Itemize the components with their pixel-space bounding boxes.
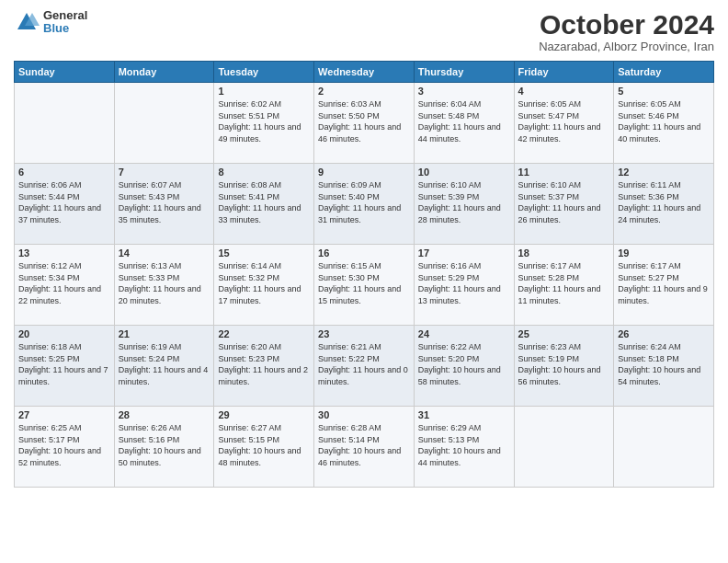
day-number: 7 [119,167,210,178]
week-row-2: 6Sunrise: 6:06 AM Sunset: 5:44 PM Daylig… [15,164,714,245]
day-info: Sunrise: 6:10 AM Sunset: 5:37 PM Dayligh… [518,179,610,225]
calendar-cell: 30Sunrise: 6:28 AM Sunset: 5:14 PM Dayli… [314,407,415,488]
day-info: Sunrise: 6:17 AM Sunset: 5:27 PM Dayligh… [618,260,710,306]
day-info: Sunrise: 6:07 AM Sunset: 5:43 PM Dayligh… [119,179,210,225]
day-info: Sunrise: 6:06 AM Sunset: 5:44 PM Dayligh… [18,179,110,225]
header-cell-monday: Monday [114,62,214,83]
calendar-cell: 14Sunrise: 6:13 AM Sunset: 5:33 PM Dayli… [114,245,214,326]
day-number: 11 [518,167,610,178]
calendar-cell: 20Sunrise: 6:18 AM Sunset: 5:25 PM Dayli… [15,326,115,407]
day-number: 26 [618,328,710,339]
calendar-cell: 2Sunrise: 6:03 AM Sunset: 5:50 PM Daylig… [314,83,415,164]
calendar-cell: 22Sunrise: 6:20 AM Sunset: 5:23 PM Dayli… [214,326,314,407]
calendar-title: October 2024 [539,9,714,40]
header-row: SundayMondayTuesdayWednesdayThursdayFrid… [15,62,714,83]
calendar-cell: 18Sunrise: 6:17 AM Sunset: 5:28 PM Dayli… [514,245,614,326]
day-number: 15 [218,247,310,259]
day-number: 27 [18,409,110,420]
day-number: 8 [218,167,310,178]
title-block: October 2024 Nazarabad, Alborz Province,… [539,9,714,53]
day-info: Sunrise: 6:17 AM Sunset: 5:28 PM Dayligh… [518,260,610,306]
day-info: Sunrise: 6:22 AM Sunset: 5:20 PM Dayligh… [418,341,510,387]
day-info: Sunrise: 6:26 AM Sunset: 5:16 PM Dayligh… [119,422,210,468]
day-info: Sunrise: 6:20 AM Sunset: 5:23 PM Dayligh… [218,341,310,387]
header: General Blue October 2024 Nazarabad, Alb… [14,9,714,53]
calendar-cell: 13Sunrise: 6:12 AM Sunset: 5:34 PM Dayli… [15,245,115,326]
day-number: 19 [618,247,710,259]
calendar-cell: 24Sunrise: 6:22 AM Sunset: 5:20 PM Dayli… [414,326,514,407]
day-number: 31 [418,409,510,420]
calendar-cell: 21Sunrise: 6:19 AM Sunset: 5:24 PM Dayli… [114,326,214,407]
day-info: Sunrise: 6:25 AM Sunset: 5:17 PM Dayligh… [18,422,110,468]
day-info: Sunrise: 6:13 AM Sunset: 5:33 PM Dayligh… [119,260,210,306]
day-number: 10 [418,167,510,178]
day-info: Sunrise: 6:19 AM Sunset: 5:24 PM Dayligh… [119,341,210,387]
calendar-cell: 16Sunrise: 6:15 AM Sunset: 5:30 PM Dayli… [314,245,415,326]
calendar-cell: 8Sunrise: 6:08 AM Sunset: 5:41 PM Daylig… [214,164,314,245]
week-row-3: 13Sunrise: 6:12 AM Sunset: 5:34 PM Dayli… [15,245,714,326]
day-number: 14 [119,247,210,259]
calendar-cell: 7Sunrise: 6:07 AM Sunset: 5:43 PM Daylig… [114,164,214,245]
day-number: 18 [518,247,610,259]
day-number: 6 [18,167,110,178]
calendar-table: SundayMondayTuesdayWednesdayThursdayFrid… [14,61,714,488]
calendar-cell: 12Sunrise: 6:11 AM Sunset: 5:36 PM Dayli… [614,164,714,245]
logo-general-text: General [43,9,87,22]
calendar-cell: 19Sunrise: 6:17 AM Sunset: 5:27 PM Dayli… [614,245,714,326]
calendar-cell: 29Sunrise: 6:27 AM Sunset: 5:15 PM Dayli… [214,407,314,488]
day-number: 29 [218,409,310,420]
day-info: Sunrise: 6:14 AM Sunset: 5:32 PM Dayligh… [218,260,310,306]
day-info: Sunrise: 6:02 AM Sunset: 5:51 PM Dayligh… [218,98,310,144]
calendar-cell [114,83,214,164]
calendar-cell: 10Sunrise: 6:10 AM Sunset: 5:39 PM Dayli… [414,164,514,245]
week-row-4: 20Sunrise: 6:18 AM Sunset: 5:25 PM Dayli… [15,326,714,407]
calendar-cell [614,407,714,488]
calendar-cell [15,83,115,164]
calendar-cell: 9Sunrise: 6:09 AM Sunset: 5:40 PM Daylig… [314,164,415,245]
calendar-cell: 17Sunrise: 6:16 AM Sunset: 5:29 PM Dayli… [414,245,514,326]
calendar-cell: 25Sunrise: 6:23 AM Sunset: 5:19 PM Dayli… [514,326,614,407]
day-info: Sunrise: 6:04 AM Sunset: 5:48 PM Dayligh… [418,98,510,144]
logo-icon [14,9,40,35]
day-info: Sunrise: 6:16 AM Sunset: 5:29 PM Dayligh… [418,260,510,306]
calendar-cell: 3Sunrise: 6:04 AM Sunset: 5:48 PM Daylig… [414,83,514,164]
header-cell-wednesday: Wednesday [314,62,415,83]
header-cell-friday: Friday [514,62,614,83]
day-number: 4 [518,86,610,97]
day-number: 13 [18,247,110,259]
header-cell-saturday: Saturday [614,62,714,83]
day-info: Sunrise: 6:12 AM Sunset: 5:34 PM Dayligh… [18,260,110,306]
day-number: 24 [418,328,510,339]
page: General Blue October 2024 Nazarabad, Alb… [0,0,728,563]
day-number: 23 [318,328,410,339]
calendar-cell: 1Sunrise: 6:02 AM Sunset: 5:51 PM Daylig… [214,83,314,164]
day-number: 20 [18,328,110,339]
logo-blue-text: Blue [43,22,87,35]
day-number: 21 [119,328,210,339]
day-number: 25 [518,328,610,339]
day-number: 2 [318,86,410,97]
day-number: 5 [618,86,710,97]
day-number: 1 [218,86,310,97]
day-number: 28 [119,409,210,420]
day-info: Sunrise: 6:15 AM Sunset: 5:30 PM Dayligh… [318,260,410,306]
day-info: Sunrise: 6:08 AM Sunset: 5:41 PM Dayligh… [218,179,310,225]
calendar-cell: 31Sunrise: 6:29 AM Sunset: 5:13 PM Dayli… [414,407,514,488]
header-cell-thursday: Thursday [414,62,514,83]
calendar-cell [514,407,614,488]
day-info: Sunrise: 6:29 AM Sunset: 5:13 PM Dayligh… [418,422,510,468]
day-info: Sunrise: 6:03 AM Sunset: 5:50 PM Dayligh… [318,98,410,144]
header-cell-tuesday: Tuesday [214,62,314,83]
day-info: Sunrise: 6:09 AM Sunset: 5:40 PM Dayligh… [318,179,410,225]
calendar-cell: 27Sunrise: 6:25 AM Sunset: 5:17 PM Dayli… [15,407,115,488]
calendar-cell: 11Sunrise: 6:10 AM Sunset: 5:37 PM Dayli… [514,164,614,245]
day-info: Sunrise: 6:23 AM Sunset: 5:19 PM Dayligh… [518,341,610,387]
week-row-1: 1Sunrise: 6:02 AM Sunset: 5:51 PM Daylig… [15,83,714,164]
day-info: Sunrise: 6:28 AM Sunset: 5:14 PM Dayligh… [318,422,410,468]
day-info: Sunrise: 6:10 AM Sunset: 5:39 PM Dayligh… [418,179,510,225]
week-row-5: 27Sunrise: 6:25 AM Sunset: 5:17 PM Dayli… [15,407,714,488]
calendar-cell: 28Sunrise: 6:26 AM Sunset: 5:16 PM Dayli… [114,407,214,488]
day-info: Sunrise: 6:11 AM Sunset: 5:36 PM Dayligh… [618,179,710,225]
calendar-cell: 4Sunrise: 6:05 AM Sunset: 5:47 PM Daylig… [514,83,614,164]
day-info: Sunrise: 6:05 AM Sunset: 5:47 PM Dayligh… [518,98,610,144]
